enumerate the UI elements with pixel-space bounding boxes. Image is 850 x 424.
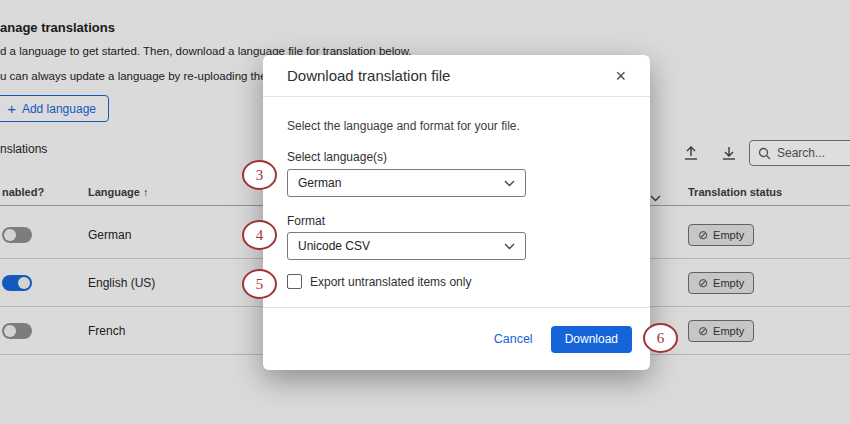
screen: anage translations d a language to get s… bbox=[0, 0, 850, 424]
annotation-step-5: 5 bbox=[242, 269, 277, 299]
modal-description: Select the language and format for your … bbox=[287, 119, 520, 133]
close-icon[interactable]: × bbox=[615, 67, 626, 85]
language-select-label: Select language(s) bbox=[287, 150, 387, 164]
modal-footer: Cancel Download bbox=[263, 307, 650, 370]
export-untranslated-checkbox[interactable] bbox=[287, 274, 302, 289]
cancel-button[interactable]: Cancel bbox=[494, 332, 533, 346]
format-select[interactable]: Unicode CSV bbox=[287, 232, 526, 260]
chevron-down-icon bbox=[504, 180, 515, 187]
download-button[interactable]: Download bbox=[551, 326, 632, 353]
chevron-down-icon bbox=[504, 243, 515, 250]
annotation-step-6: 6 bbox=[643, 323, 678, 353]
download-translation-modal: Download translation file × Select the l… bbox=[263, 55, 650, 370]
modal-title: Download translation file bbox=[287, 67, 450, 84]
language-select[interactable]: German bbox=[287, 169, 526, 197]
format-select-label: Format bbox=[287, 214, 325, 228]
language-select-value: German bbox=[298, 176, 341, 190]
annotation-step-3: 3 bbox=[242, 160, 277, 190]
modal-header: Download translation file × bbox=[263, 55, 650, 97]
export-untranslated-label: Export untranslated items only bbox=[310, 275, 471, 289]
format-select-value: Unicode CSV bbox=[298, 239, 370, 253]
export-untranslated-row: Export untranslated items only bbox=[287, 274, 471, 289]
annotation-step-4: 4 bbox=[242, 220, 277, 250]
